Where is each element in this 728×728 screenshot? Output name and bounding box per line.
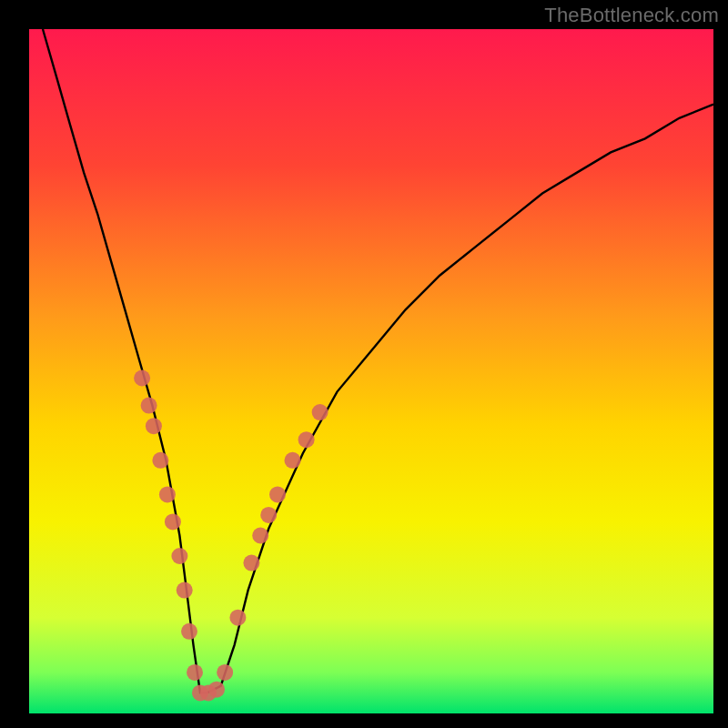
watermark-text: TheBottleneck.com (544, 4, 719, 27)
marker-point (159, 486, 176, 502)
marker-point (177, 582, 193, 599)
marker-point (312, 404, 329, 420)
marker-point (285, 452, 301, 469)
marker-point (146, 418, 162, 434)
marker-point (208, 682, 225, 698)
marker-point (141, 398, 157, 414)
marker-point (260, 507, 277, 523)
marker-point (171, 548, 187, 564)
marker-point (217, 664, 233, 681)
marker-point (152, 452, 168, 469)
marker-point (252, 528, 268, 544)
marker-point (269, 486, 286, 502)
marker-point (134, 370, 150, 387)
marker-point (243, 555, 259, 571)
plot-area (29, 29, 713, 713)
chart-container: TheBottleneck.com (0, 0, 728, 728)
bottleneck-chart (0, 0, 728, 728)
marker-point (298, 431, 315, 448)
marker-point (181, 623, 197, 640)
marker-point (229, 610, 246, 626)
marker-point (187, 664, 203, 681)
marker-point (165, 513, 181, 530)
